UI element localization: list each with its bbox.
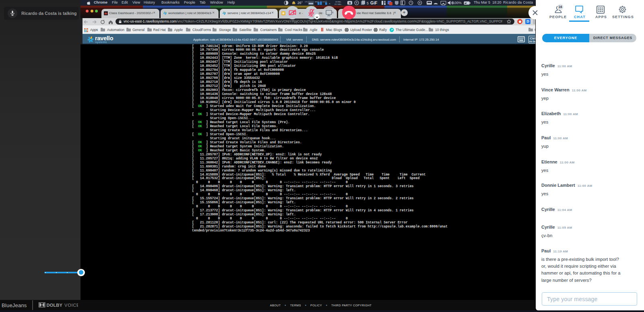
svg-text:GiF: GiF <box>370 0 378 5</box>
svg-text:⇄: ⇄ <box>464 2 467 4</box>
svg-text:100%: 100% <box>453 1 462 5</box>
svg-text:SSD: SSD <box>322 1 326 3</box>
svg-text:15 KB/s: 15 KB/s <box>335 1 341 3</box>
svg-text:26°: 26° <box>297 1 303 5</box>
svg-text:B: B <box>349 1 351 5</box>
svg-text:5: 5 <box>367 1 369 5</box>
svg-text:CPU: CPU <box>305 1 308 3</box>
svg-text:217 KB/s: 217 KB/s <box>334 3 341 5</box>
